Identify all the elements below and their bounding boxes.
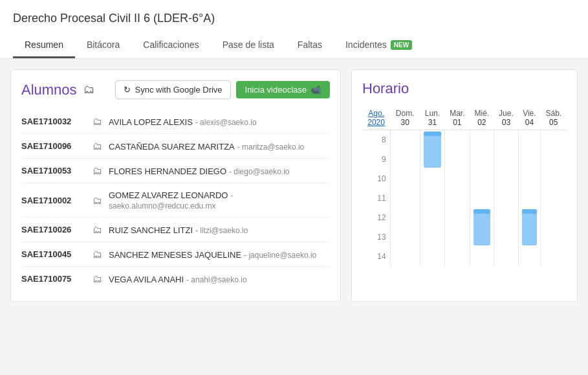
schedule-cell xyxy=(470,130,494,150)
horario-title: Horario xyxy=(362,80,567,97)
student-info: SANCHEZ MENESES JAQUELINE - jaqueline@sa… xyxy=(109,249,316,260)
schedule-cell xyxy=(470,150,494,169)
schedule-day-jue: Jue.03 xyxy=(494,106,519,130)
schedule-day-mar: Mar.01 xyxy=(445,106,470,130)
schedule-cell xyxy=(518,247,540,266)
schedule-cell xyxy=(541,130,567,150)
video-button[interactable]: Inicia videoclase 📹 xyxy=(236,81,330,98)
schedule-cell xyxy=(541,227,567,247)
student-folder-icon: 🗂 xyxy=(93,249,102,260)
video-camera-icon: 📹 xyxy=(310,85,321,95)
schedule-cell xyxy=(390,188,420,208)
schedule-cell xyxy=(420,130,444,169)
schedule-cell xyxy=(494,150,519,169)
student-row[interactable]: SAE1710002 🗂 GOMEZ ALVAREZ LEONARDO - sa… xyxy=(21,183,330,218)
student-row[interactable]: SAE1710053 🗂 FLORES HERNANDEZ DIEGO - di… xyxy=(21,159,330,183)
alumnos-title: Alumnos 🗂 xyxy=(21,82,95,98)
schedule-cell xyxy=(518,130,540,150)
schedule-time: 11 xyxy=(362,188,390,208)
schedule-time: 13 xyxy=(362,227,390,247)
schedule-day-vie: Vie.04 xyxy=(518,106,540,130)
schedule-cell xyxy=(518,208,540,247)
student-name: RUIZ SANCHEZ LITZI xyxy=(109,225,193,235)
new-badge: NEW xyxy=(391,40,412,50)
schedule-cell xyxy=(494,188,519,208)
schedule-cell xyxy=(541,188,567,208)
alumnos-actions: ↻ Sync with Google Drive Inicia videocla… xyxy=(115,80,330,99)
student-email: - litzi@saeko.io xyxy=(195,226,248,235)
schedule-day-lun: Lun.31 xyxy=(420,106,444,130)
schedule-cell xyxy=(494,169,519,188)
student-row[interactable]: SAE1710075 🗂 VEGA AVILA ANAHI - anahi@sa… xyxy=(21,267,330,291)
schedule-cell xyxy=(494,227,519,247)
schedule-cell xyxy=(420,247,444,266)
schedule-cell xyxy=(445,130,470,150)
schedule-time: 14 xyxy=(362,247,390,266)
student-name: FLORES HERNANDEZ DIEGO xyxy=(109,166,226,176)
schedule-day-dom: Dom.30 xyxy=(390,106,420,130)
student-id: SAE1710053 xyxy=(21,166,86,176)
schedule-cell xyxy=(494,130,519,150)
student-name: SANCHEZ MENESES JAQUELINE xyxy=(109,250,241,260)
sync-button[interactable]: ↻ Sync with Google Drive xyxy=(115,80,230,99)
schedule-cell xyxy=(494,247,519,266)
schedule-cell xyxy=(541,208,567,227)
student-email: - diego@saeko.io xyxy=(229,167,290,176)
folder-icon: 🗂 xyxy=(83,83,95,97)
student-row[interactable]: SAE1710032 🗂 AVILA LOPEZ ALEXIS - alexis… xyxy=(21,109,330,134)
schedule-date-link[interactable]: Ago.2020 xyxy=(362,106,390,130)
schedule-cell xyxy=(541,150,567,169)
student-email: - alexis@saeko.io xyxy=(195,118,257,127)
student-email: - maritza@saeko.io xyxy=(237,142,305,152)
student-id: SAE1710045 xyxy=(21,249,86,259)
schedule-cell xyxy=(390,169,420,188)
schedule-cell xyxy=(518,150,540,169)
tab-pase-de-lista[interactable]: Pase de lista xyxy=(211,33,286,58)
student-row[interactable]: SAE1710045 🗂 SANCHEZ MENESES JAQUELINE -… xyxy=(21,242,330,267)
schedule-cell xyxy=(445,169,470,188)
student-id: SAE1710032 xyxy=(21,117,86,126)
sync-icon: ↻ xyxy=(124,85,131,95)
schedule-cell xyxy=(470,169,494,188)
student-email: - anahi@saeko.io xyxy=(186,275,247,284)
schedule-day-mié: Mié.02 xyxy=(470,106,494,130)
student-row[interactable]: SAE1710096 🗂 CASTAÑEDA SUAREZ MARITZA - … xyxy=(21,134,330,159)
student-folder-icon: 🗂 xyxy=(93,224,102,235)
schedule-block xyxy=(424,131,441,168)
schedule-cell xyxy=(420,208,444,227)
student-info: AVILA LOPEZ ALEXIS - alexis@saeko.io xyxy=(109,117,257,127)
tab-faltas[interactable]: Faltas xyxy=(286,33,334,58)
schedule-block xyxy=(522,209,538,245)
schedule-cell xyxy=(541,169,567,188)
schedule-cell xyxy=(541,247,567,266)
tab-calificaciones[interactable]: Calificaciones xyxy=(131,33,210,58)
schedule-cell xyxy=(420,169,444,188)
student-info: RUIZ SANCHEZ LITZI - litzi@saeko.io xyxy=(109,225,248,235)
schedule-cell xyxy=(420,227,444,247)
tab-resumen[interactable]: Resumen xyxy=(13,33,75,58)
student-folder-icon: 🗂 xyxy=(93,273,102,284)
student-id: SAE1710096 xyxy=(21,141,86,151)
page-header: Derecho Procesal Civil II 6 (LDER-6°A) R… xyxy=(0,0,588,59)
student-name: CASTAÑEDA SUAREZ MARITZA xyxy=(109,142,235,152)
student-row[interactable]: SAE1710026 🗂 RUIZ SANCHEZ LITZI - litzi@… xyxy=(21,218,330,242)
student-name: AVILA LOPEZ ALEXIS xyxy=(109,117,193,127)
tab-incidentes[interactable]: Incidentes NEW xyxy=(334,33,424,58)
schedule-cell xyxy=(445,247,470,266)
schedule-cell xyxy=(420,188,444,208)
schedule-time: 9 xyxy=(362,150,390,169)
schedule-cell xyxy=(470,188,494,208)
student-id: SAE1710075 xyxy=(21,274,86,284)
schedule-cell xyxy=(390,208,420,227)
schedule-cell xyxy=(445,188,470,208)
page-title: Derecho Procesal Civil II 6 (LDER-6°A) xyxy=(13,12,575,25)
schedule-cell xyxy=(470,208,494,247)
student-folder-icon: 🗂 xyxy=(93,141,102,152)
schedule-cell xyxy=(518,169,540,188)
schedule-cell xyxy=(445,208,470,227)
schedule-time: 12 xyxy=(362,208,390,227)
tab-bitacora[interactable]: Bitácora xyxy=(75,33,131,58)
student-name: GOMEZ ALVAREZ LEONARDO xyxy=(109,190,228,200)
student-info: FLORES HERNANDEZ DIEGO - diego@saeko.io xyxy=(109,166,290,176)
student-name: VEGA AVILA ANAHI xyxy=(109,275,184,284)
